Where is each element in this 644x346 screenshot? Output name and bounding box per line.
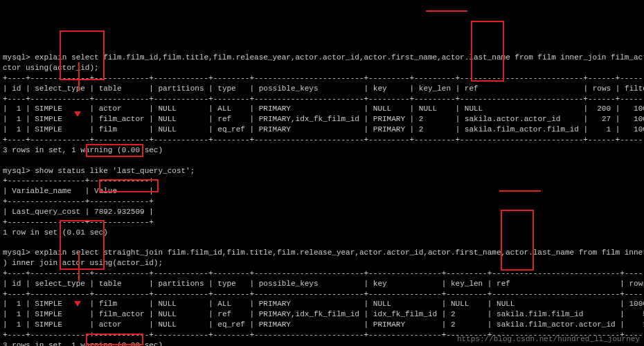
q3-header-row: | id | select_type | table | partitions … (3, 280, 644, 288)
q2-header-row: | Variable_name | Value | (3, 187, 154, 195)
q3-row-2: | 1 | SIMPLE | actor | NULL | eq_ref | P… (3, 320, 644, 329)
q3-footer: 3 rows in set, 1 warning (0.00 sec) (3, 341, 163, 346)
table-border-bot: +----+-------------+------------+-------… (3, 136, 644, 144)
q1-cmd-line1: explain select film.film_id,film.title,f… (35, 53, 644, 62)
table2-border-top: +----+-------------+------------+-------… (3, 269, 644, 277)
q1-footer: 3 rows in set, 1 warning (0.00 sec) (3, 146, 163, 154)
q1-row-1: | 1 | SIMPLE | film_actor | NULL | ref |… (3, 115, 644, 123)
q1-cmd-line2: ctor using(actor_id); (3, 64, 99, 72)
q3-row-0: | 1 | SIMPLE | film | NULL | ALL | PRIMA… (3, 300, 644, 308)
mysql-prompt: mysql> (3, 53, 30, 62)
cost-border-top: +-----------------+-------------+ (3, 176, 154, 185)
mysql-prompt: mysql> (3, 248, 30, 257)
table2-border-mid: +----+-------------+------------+-------… (3, 290, 644, 298)
q3-row-1: | 1 | SIMPLE | film_actor | NULL | ref |… (3, 310, 644, 318)
cost-border-mid: +-----------------+-------------+ (3, 197, 154, 206)
terminal-output: mysql> explain select film.film_id,film.… (3, 42, 641, 346)
q1-row-2: | 1 | SIMPLE | film | NULL | eq_ref | PR… (3, 125, 644, 134)
q1-row-0: | 1 | SIMPLE | actor | NULL | ALL | PRIM… (3, 104, 644, 113)
q2-footer: 1 row in set (0.01 sec) (3, 228, 108, 237)
q2-cmd: show status like 'last_query_cost'; (35, 167, 195, 175)
q3-cmd-line1: explain select straight_join film.film_i… (35, 248, 644, 257)
q1-header-row: | id | select_type | table | partitions … (3, 84, 644, 93)
table-border-top: +----+-------------+------------+-------… (3, 74, 644, 82)
watermark: https://blog.csdn.net/hundred_li_journey (457, 334, 640, 345)
q2-row-0: | Last_query_cost | 7892.932509 | (3, 208, 154, 216)
underline-inner-join-q1 (426, 10, 467, 12)
q3-cmd-line2: ) inner join actor using(actor_id); (3, 259, 163, 267)
mysql-prompt: mysql> (3, 167, 30, 175)
cost-border-bot: +-----------------+-------------+ (3, 218, 154, 226)
table-border-mid: +----+-------------+------------+-------… (3, 95, 644, 103)
